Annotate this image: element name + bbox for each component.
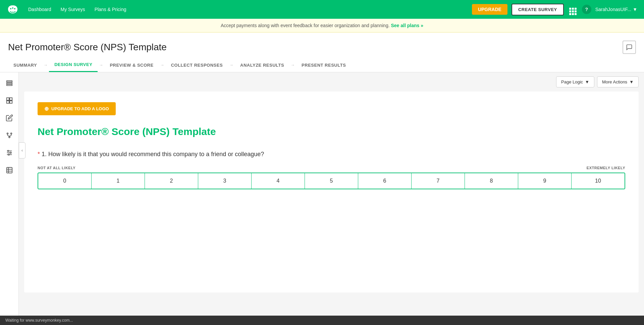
scale-option-1[interactable]: 1 (92, 173, 145, 189)
scale-option-9[interactable]: 9 (518, 173, 572, 189)
nav-right: UPGRADE CREATE SURVEY ? SarahJonasUIF...… (472, 2, 637, 16)
svg-rect-5 (6, 82, 12, 84)
svg-rect-20 (6, 168, 12, 173)
svg-point-19 (8, 154, 9, 155)
chat-icon-button[interactable] (623, 41, 636, 54)
nav-dashboard[interactable]: Dashboard (24, 4, 55, 15)
scale-option-2[interactable]: 2 (145, 173, 198, 189)
page-logic-label: Page Logic (561, 79, 583, 84)
svg-rect-4 (6, 81, 12, 82)
tab-present-results[interactable]: PRESENT RESULTS (296, 59, 351, 72)
tab-arrow-2: → (98, 63, 104, 67)
upgrade-logo-label: UPGRADE TO ADD A LOGO (51, 106, 109, 111)
upgrade-logo-button[interactable]: ⊕ UPGRADE TO ADD A LOGO (38, 102, 116, 115)
status-bar: Waiting for www.surveymonkey.com... (0, 316, 644, 325)
scale-option-8[interactable]: 8 (465, 173, 518, 189)
survey-canvas: Page Logic ▼ More Actions ▼ ⊕ UPGRADE TO… (19, 72, 644, 325)
sidebar-sliders-icon[interactable] (4, 147, 15, 158)
question-number: 1 (42, 151, 45, 157)
scale-options: 012345678910 (38, 173, 625, 189)
survey-title-display: Net Promoter® Score (NPS) Template (38, 126, 625, 137)
svg-rect-7 (6, 98, 9, 100)
canvas-toolbar: Page Logic ▼ More Actions ▼ (19, 72, 644, 91)
tab-arrow-3: → (159, 63, 166, 67)
svg-point-17 (7, 150, 9, 152)
scale-option-7[interactable]: 7 (412, 173, 465, 189)
svg-rect-9 (6, 101, 9, 103)
nav-my-surveys[interactable]: My Surveys (57, 4, 89, 15)
banner-text: Accept payments along with event feedbac… (221, 23, 390, 28)
question-1-text: * 1. How likely is it that you would rec… (38, 151, 625, 158)
scale-option-5[interactable]: 5 (305, 173, 358, 189)
upgrade-button[interactable]: UPGRADE (472, 4, 507, 15)
tab-arrow-5: → (289, 63, 296, 67)
svg-point-12 (10, 133, 12, 134)
top-navigation: Dashboard My Surveys Plans & Pricing UPG… (0, 0, 644, 19)
create-survey-button[interactable]: CREATE SURVEY (512, 4, 564, 15)
tab-collect-responses[interactable]: COLLECT RESPONSES (166, 59, 228, 72)
sidebar-table-icon[interactable] (4, 165, 15, 176)
user-menu[interactable]: SarahJonasUIF... ▼ (595, 7, 637, 12)
tab-design-survey[interactable]: DESIGN SURVEY (49, 58, 98, 72)
tab-analyze-results[interactable]: ANALYZE RESULTS (235, 59, 289, 72)
svg-rect-6 (6, 84, 12, 86)
page-title: Net Promoter® Score (NPS) Template (8, 42, 167, 53)
user-name: SarahJonasUIF... (595, 7, 631, 12)
page-logic-button[interactable]: Page Logic ▼ (556, 76, 594, 87)
tab-arrow-4: → (228, 63, 235, 67)
scale-min-label: NOT AT ALL LIKELY (38, 166, 75, 170)
logo[interactable] (7, 3, 19, 16)
svg-point-2 (12, 7, 13, 9)
question-dot: . (45, 151, 48, 157)
svg-point-13 (9, 137, 10, 138)
scale-option-0[interactable]: 0 (38, 173, 92, 189)
status-text: Waiting for www.surveymonkey.com... (5, 318, 73, 323)
collapse-icon: ‹ (21, 148, 23, 153)
page-header: Net Promoter® Score (NPS) Template (0, 32, 644, 54)
sidebar-edit-icon[interactable] (4, 113, 15, 123)
sidebar-layers-icon[interactable] (4, 78, 15, 88)
user-dropdown-icon: ▼ (633, 7, 637, 12)
grid-menu-icon[interactable] (568, 2, 578, 16)
svg-point-11 (7, 133, 8, 134)
tab-preview-score[interactable]: PREVIEW & SCORE (104, 59, 159, 72)
sidebar-branch-icon[interactable] (4, 130, 15, 141)
svg-rect-8 (9, 98, 12, 100)
main-layout: Page Logic ▼ More Actions ▼ ⊕ UPGRADE TO… (0, 72, 644, 325)
svg-point-3 (14, 8, 15, 9)
sidebar-grid-icon[interactable] (4, 95, 15, 106)
tab-summary[interactable]: SUMMARY (8, 59, 42, 72)
upgrade-logo-icon: ⊕ (44, 106, 49, 112)
scale-max-label: EXTREMELY LIKELY (587, 166, 625, 170)
collapse-sidebar-button[interactable]: ‹ (19, 142, 25, 158)
svg-point-1 (10, 8, 11, 9)
svg-rect-10 (9, 101, 12, 103)
scale-labels: NOT AT ALL LIKELY EXTREMELY LIKELY (38, 166, 625, 170)
svg-point-18 (10, 152, 11, 153)
page-logic-dropdown-icon: ▼ (585, 79, 589, 84)
promo-banner: Accept payments along with event feedbac… (0, 19, 644, 32)
left-sidebar (0, 72, 19, 325)
nav-links: Dashboard My Surveys Plans & Pricing (24, 4, 472, 15)
help-icon[interactable]: ? (582, 5, 591, 14)
scale-option-6[interactable]: 6 (358, 173, 412, 189)
required-indicator: * (38, 151, 42, 157)
survey-content-area: ⊕ UPGRADE TO ADD A LOGO Net Promoter® Sc… (24, 91, 639, 292)
survey-tabs: SUMMARY → DESIGN SURVEY → PREVIEW & SCOR… (0, 58, 644, 72)
more-actions-button[interactable]: More Actions ▼ (597, 76, 639, 87)
scale-option-4[interactable]: 4 (252, 173, 305, 189)
more-actions-dropdown-icon: ▼ (629, 79, 634, 84)
tab-arrow-1: → (42, 63, 49, 67)
scale-option-10[interactable]: 10 (572, 173, 625, 189)
question-body: How likely is it that you would recommen… (48, 151, 264, 157)
more-actions-label: More Actions (602, 79, 627, 84)
nav-plans-pricing[interactable]: Plans & Pricing (91, 4, 130, 15)
banner-link[interactable]: See all plans » (391, 23, 423, 28)
scale-option-3[interactable]: 3 (198, 173, 252, 189)
